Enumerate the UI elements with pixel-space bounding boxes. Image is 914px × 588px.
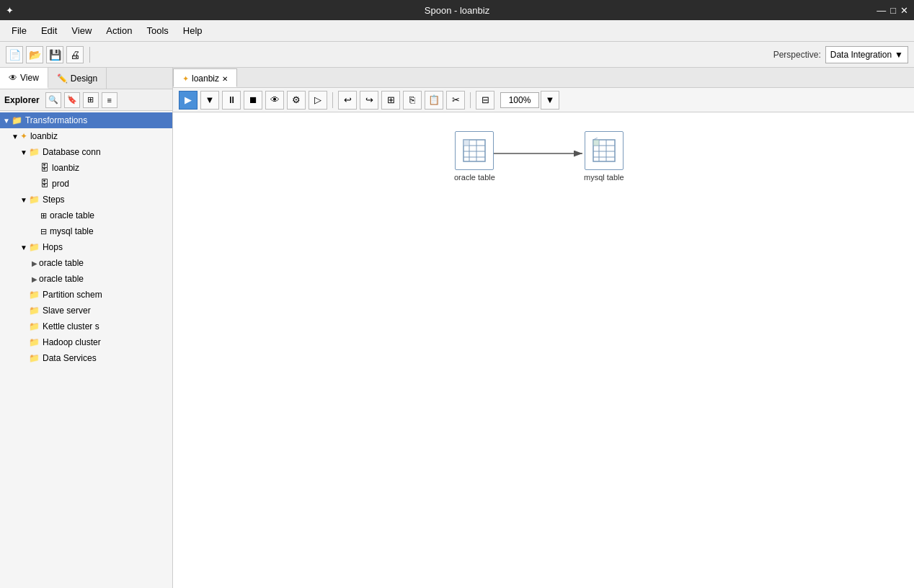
data-services-label: Data Services — [43, 353, 97, 363]
folder-icon: 📁 — [12, 115, 22, 125]
kettle-cluster-label: Kettle cluster s — [43, 321, 99, 331]
new-btn[interactable]: 📄 — [6, 46, 23, 63]
run-btn[interactable]: ▶ — [179, 91, 198, 110]
grid-btn[interactable]: ⊟ — [476, 91, 494, 110]
link-btn[interactable]: ⊞ — [83, 92, 99, 108]
maximize-btn[interactable]: □ — [890, 5, 896, 16]
oracle-table-label: oracle table — [454, 173, 495, 182]
database-icon: 🗄 — [40, 179, 49, 189]
menu-tools[interactable]: Tools — [141, 24, 174, 37]
arrow-icon: ▼ — [3, 117, 10, 125]
bookmark-btn[interactable]: 🔖 — [64, 92, 80, 108]
close-btn[interactable]: ✕ — [900, 5, 908, 16]
menu-view[interactable]: View — [66, 24, 97, 37]
cut-btn[interactable]: ✂ — [446, 91, 465, 110]
tree-hop1[interactable]: ▶ oracle table — [0, 255, 172, 271]
menu-btn[interactable]: ≡ — [102, 92, 117, 108]
tree-steps[interactable]: ▼ 📁 Steps — [0, 192, 172, 208]
undo-btn[interactable]: ↩ — [338, 91, 357, 110]
settings-btn[interactable]: ⚙ — [287, 91, 306, 110]
save-btn[interactable]: 💾 — [46, 46, 63, 63]
hop-arrow-icon: ▶ — [32, 275, 37, 283]
tab-design[interactable]: ✏️ Design — [48, 68, 107, 89]
oracle-table-box[interactable] — [455, 131, 494, 170]
perspective-dropdown[interactable]: Data Integration ▼ — [825, 46, 908, 63]
menu-action[interactable]: Action — [100, 24, 138, 37]
arrow-icon: ▼ — [20, 244, 27, 251]
inject-btn[interactable]: ▷ — [309, 91, 327, 110]
stop-btn[interactable]: ⏹ — [244, 91, 262, 110]
tree-prod-db[interactable]: 🗄 prod — [0, 176, 172, 192]
tree-partition-schema[interactable]: 📁 Partition schem — [0, 287, 172, 303]
mysql-table-icon: ⊟ — [40, 227, 47, 236]
hop1-label: oracle table — [39, 258, 84, 268]
hop-arrow-icon: ▶ — [32, 259, 37, 267]
menu-help[interactable]: Help — [177, 24, 208, 37]
mysql-table-node[interactable]: mysql table — [584, 131, 624, 182]
tab-design-label: Design — [71, 74, 97, 84]
slave-server-label: Slave server — [43, 306, 91, 316]
mysql-table-step-label: mysql table — [50, 226, 94, 236]
search-tree-btn[interactable]: 🔍 — [45, 92, 61, 108]
content-area: ✦ loanbiz ✕ ▶ ▼ ⏸ ⏹ 👁 ⚙ ▷ ↩ ↪ ⊞ ⎘ 📋 ✂ ⊟ — [173, 68, 914, 588]
open-btn[interactable]: 📂 — [26, 46, 43, 63]
partition-schema-label: Partition schem — [43, 290, 102, 300]
redo-btn[interactable]: ↪ — [360, 91, 378, 110]
etl-arrow — [173, 112, 914, 545]
run-dropdown-btn[interactable]: ▼ — [200, 91, 219, 110]
window-controls[interactable]: — □ ✕ — [877, 5, 908, 16]
tab-view[interactable]: 👁 View — [0, 68, 48, 89]
zoom-dropdown-btn[interactable]: ▼ — [541, 91, 559, 110]
tree-slave-server[interactable]: 📁 Slave server — [0, 303, 172, 318]
tree-hop2[interactable]: ▶ oracle table — [0, 271, 172, 287]
arrow-icon: ▼ — [12, 133, 19, 141]
tab-bar: ✦ loanbiz ✕ — [173, 68, 914, 88]
canvas-toolbar: ▶ ▼ ⏸ ⏹ 👁 ⚙ ▷ ↩ ↪ ⊞ ⎘ 📋 ✂ ⊟ ▼ — [173, 88, 914, 112]
canvas[interactable]: oracle table mysql table — [173, 112, 914, 588]
tab-loanbiz[interactable]: ✦ loanbiz ✕ — [173, 68, 237, 87]
align-btn[interactable]: ⊞ — [381, 91, 400, 110]
zoom-area: ▼ — [500, 91, 559, 110]
sidebar-tabs: 👁 View ✏️ Design — [0, 68, 172, 89]
canvas-sep1 — [332, 92, 333, 108]
menu-file[interactable]: File — [6, 24, 32, 37]
print-btn[interactable]: 🖨 — [66, 46, 84, 63]
perspective-value: Data Integration — [830, 50, 892, 60]
pause-btn[interactable]: ⏸ — [222, 91, 241, 110]
tree-loanbiz-db[interactable]: 🗄 loanbiz — [0, 160, 172, 176]
folder-icon: 📁 — [29, 337, 40, 347]
transform-icon: ✦ — [20, 131, 27, 141]
tree-kettle-cluster[interactable]: 📁 Kettle cluster s — [0, 318, 172, 334]
tree-hadoop-cluster[interactable]: 📁 Hadoop cluster — [0, 334, 172, 350]
copy-btn[interactable]: ⎘ — [403, 91, 422, 110]
sidebar: 👁 View ✏️ Design Explorer 🔍 🔖 ⊞ ≡ ▼ 📁 Tr… — [0, 68, 173, 588]
tab-close-btn[interactable]: ✕ — [222, 75, 228, 83]
prod-db-label: prod — [52, 179, 69, 189]
tree-data-services[interactable]: 📁 Data Services — [0, 350, 172, 366]
oracle-table-node[interactable]: oracle table — [454, 131, 495, 182]
folder-icon: 📁 — [29, 290, 40, 300]
window-title: Spoon - loanbiz — [425, 5, 489, 16]
hops-label: Hops — [43, 242, 63, 252]
svg-rect-15 — [593, 140, 599, 146]
mysql-table-label: mysql table — [584, 173, 624, 182]
folder-icon: 📁 — [29, 353, 40, 363]
loanbiz-label: loanbiz — [30, 131, 58, 141]
tree-database-conn[interactable]: ▼ 📁 Database conn — [0, 144, 172, 160]
tree-loanbiz[interactable]: ▼ ✦ loanbiz — [0, 128, 172, 144]
minimize-btn[interactable]: — — [877, 5, 886, 16]
preview-btn[interactable]: 👁 — [265, 91, 284, 110]
explorer-tree: ▼ 📁 Transformations ▼ ✦ loanbiz ▼ 📁 Data… — [0, 111, 172, 588]
pencil-icon: ✏️ — [57, 74, 68, 84]
menu-edit[interactable]: Edit — [35, 24, 63, 37]
tree-hops[interactable]: ▼ 📁 Hops — [0, 239, 172, 255]
tab-transform-icon: ✦ — [182, 74, 189, 84]
zoom-input[interactable] — [500, 92, 539, 108]
mysql-table-box[interactable] — [585, 131, 624, 170]
perspective-label: Perspective: — [773, 50, 821, 60]
database-icon: 🗄 — [40, 163, 49, 173]
tree-oracle-table-step[interactable]: ⊞ oracle table — [0, 208, 172, 223]
tree-transformations[interactable]: ▼ 📁 Transformations — [0, 112, 172, 128]
tree-mysql-table-step[interactable]: ⊟ mysql table — [0, 223, 172, 239]
paste-btn[interactable]: 📋 — [425, 91, 443, 110]
